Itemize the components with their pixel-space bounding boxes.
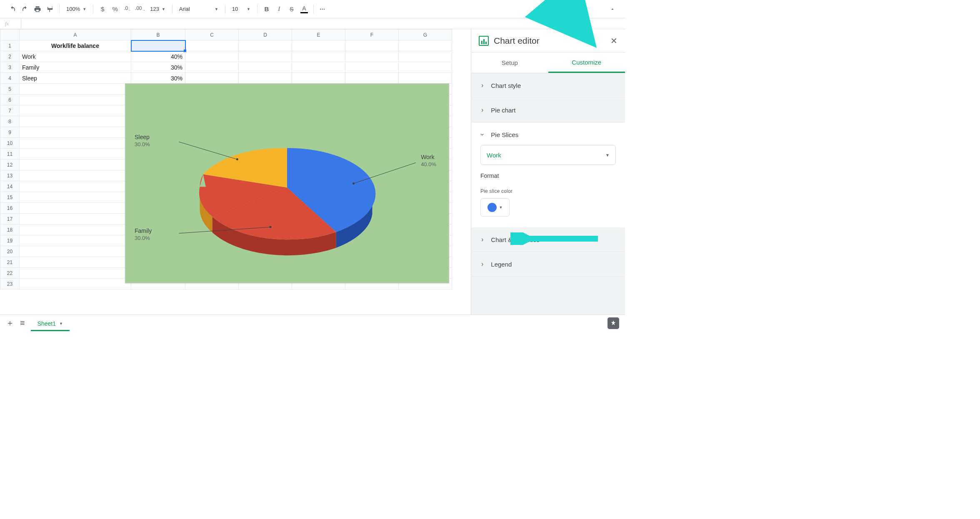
italic-button[interactable]: I xyxy=(273,3,285,15)
column-header[interactable]: B xyxy=(131,30,185,40)
row-header[interactable]: 9 xyxy=(0,127,20,138)
cell[interactable] xyxy=(292,51,345,62)
currency-button[interactable]: $ xyxy=(97,3,108,15)
sheet-tab[interactable]: Sheet1 ▼ xyxy=(31,315,70,331)
cell[interactable] xyxy=(239,62,292,73)
row-header[interactable]: 14 xyxy=(0,181,20,192)
section-pie-slices[interactable]: › Pie Slices xyxy=(471,122,625,143)
cell[interactable] xyxy=(20,257,131,268)
slice-color-picker[interactable]: ▼ xyxy=(480,198,510,217)
cell[interactable] xyxy=(345,73,399,84)
column-header[interactable]: G xyxy=(399,30,452,40)
row-header[interactable]: 8 xyxy=(0,116,20,127)
section-legend[interactable]: › Legend xyxy=(471,252,625,277)
cell[interactable]: Work xyxy=(20,51,131,62)
undo-button[interactable] xyxy=(7,3,18,15)
cell[interactable] xyxy=(239,40,292,51)
pie-chart[interactable]: Work40.0% Family30.0% Sleep30.0% xyxy=(125,83,449,283)
row-header[interactable]: 12 xyxy=(0,160,20,170)
number-format-dropdown[interactable]: 123▼ xyxy=(147,3,169,15)
row-header[interactable]: 15 xyxy=(0,192,20,203)
cell[interactable] xyxy=(20,235,131,246)
cell[interactable] xyxy=(20,138,131,149)
cell[interactable] xyxy=(185,40,239,51)
bold-button[interactable]: B xyxy=(261,3,272,15)
cell[interactable] xyxy=(399,62,452,73)
cell[interactable]: 30% xyxy=(131,73,185,84)
cell[interactable] xyxy=(185,62,239,73)
section-chart-axis-titles[interactable]: › Chart & axis titles xyxy=(471,227,625,252)
cell[interactable] xyxy=(20,192,131,203)
row-header[interactable]: 2 xyxy=(0,51,20,62)
cell[interactable] xyxy=(20,279,131,289)
section-chart-style[interactable]: › Chart style xyxy=(471,73,625,98)
row-header[interactable]: 20 xyxy=(0,246,20,257)
redo-button[interactable] xyxy=(19,3,31,15)
formula-input[interactable] xyxy=(25,18,625,29)
all-sheets-button[interactable]: ≡ xyxy=(20,318,25,328)
font-dropdown[interactable]: Arial▼ xyxy=(176,3,222,15)
strikethrough-button[interactable]: S xyxy=(286,3,298,15)
cell[interactable]: 30% xyxy=(131,62,185,73)
column-header[interactable]: D xyxy=(239,30,292,40)
cell[interactable] xyxy=(239,51,292,62)
explore-button[interactable] xyxy=(608,317,619,329)
collapse-toolbar-button[interactable] xyxy=(607,3,618,15)
row-header[interactable]: 3 xyxy=(0,62,20,73)
row-header[interactable]: 19 xyxy=(0,235,20,246)
row-header[interactable]: 11 xyxy=(0,149,20,160)
cell[interactable] xyxy=(399,40,452,51)
cell[interactable] xyxy=(292,40,345,51)
column-header[interactable]: E xyxy=(292,30,345,40)
cell[interactable] xyxy=(20,181,131,192)
row-header[interactable]: 23 xyxy=(0,279,20,289)
cell[interactable] xyxy=(131,40,185,51)
cell[interactable] xyxy=(20,105,131,116)
row-header[interactable]: 18 xyxy=(0,225,20,235)
cell[interactable] xyxy=(20,160,131,170)
cell[interactable] xyxy=(20,149,131,160)
cell[interactable] xyxy=(399,73,452,84)
cell[interactable] xyxy=(399,51,452,62)
cell[interactable] xyxy=(239,73,292,84)
cell[interactable] xyxy=(185,73,239,84)
paint-format-button[interactable] xyxy=(44,3,56,15)
column-header[interactable]: C xyxy=(185,30,239,40)
tab-customize[interactable]: Customize xyxy=(548,52,625,73)
row-header[interactable]: 17 xyxy=(0,214,20,225)
more-toolbar-button[interactable]: ⋯ xyxy=(317,3,329,15)
fontsize-dropdown[interactable]: 10▼ xyxy=(229,3,254,15)
cell[interactable] xyxy=(20,268,131,279)
percent-button[interactable]: % xyxy=(109,3,121,15)
cell[interactable] xyxy=(20,116,131,127)
row-header[interactable]: 21 xyxy=(0,257,20,268)
cell[interactable] xyxy=(292,62,345,73)
row-header[interactable]: 6 xyxy=(0,95,20,105)
cell[interactable] xyxy=(185,51,239,62)
slice-select[interactable]: Work ▼ xyxy=(480,145,616,165)
cell[interactable] xyxy=(20,214,131,225)
section-pie-chart[interactable]: › Pie chart xyxy=(471,98,625,122)
text-color-button[interactable]: A xyxy=(298,3,310,15)
cell[interactable] xyxy=(20,170,131,181)
row-header[interactable]: 13 xyxy=(0,170,20,181)
column-header[interactable]: A xyxy=(20,30,131,40)
row-header[interactable]: 10 xyxy=(0,138,20,149)
cell[interactable] xyxy=(345,51,399,62)
row-header[interactable]: 22 xyxy=(0,268,20,279)
increase-decimal-button[interactable]: .00→ xyxy=(134,3,146,15)
column-header[interactable]: F xyxy=(345,30,399,40)
row-header[interactable]: 5 xyxy=(0,84,20,95)
cell[interactable] xyxy=(20,225,131,235)
print-button[interactable] xyxy=(32,3,43,15)
row-header[interactable]: 4 xyxy=(0,73,20,84)
cell[interactable] xyxy=(20,84,131,95)
cell[interactable]: Work/life balance xyxy=(20,40,131,51)
add-sheet-button[interactable]: ＋ xyxy=(6,317,14,329)
cell[interactable] xyxy=(345,62,399,73)
row-header[interactable]: 7 xyxy=(0,105,20,116)
tab-setup[interactable]: Setup xyxy=(471,52,548,73)
zoom-dropdown[interactable]: 100%▼ xyxy=(63,3,90,15)
cell[interactable]: 40% xyxy=(131,51,185,62)
decrease-decimal-button[interactable]: .0← xyxy=(122,3,133,15)
